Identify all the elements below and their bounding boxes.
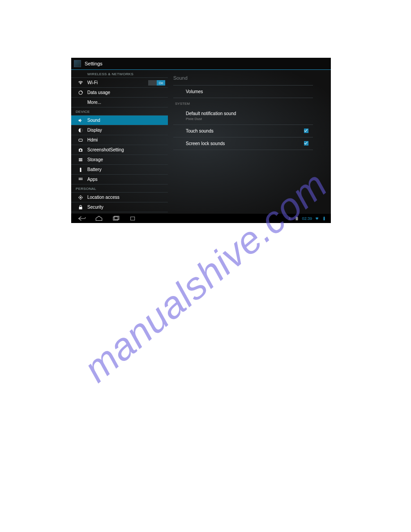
data-usage-icon (77, 90, 83, 95)
settings-sidebar[interactable]: WIRELESS & NETWORKS Wi-Fi On Data (71, 70, 168, 213)
battery-icon (77, 167, 83, 172)
svg-rect-2 (79, 139, 82, 141)
svg-rect-4 (79, 158, 82, 159)
hdmi-icon (77, 137, 83, 143)
sidebar-item-label: Display (87, 128, 102, 133)
sidebar-item-battery[interactable]: Battery (71, 165, 168, 175)
wifi-status-icon (315, 216, 319, 221)
settings-app-icon (74, 60, 81, 67)
sidebar-item-label: Wi-Fi (87, 80, 98, 85)
nav-back-button[interactable] (76, 215, 88, 223)
section-header-device: DEVICE (71, 107, 168, 116)
status-time: 02:39 (302, 216, 312, 221)
sidebar-item-label: Storage (87, 157, 103, 162)
svg-point-3 (80, 150, 81, 150)
svg-rect-19 (324, 216, 325, 217)
svg-rect-11 (80, 179, 81, 180)
apps-icon (77, 176, 83, 182)
sound-icon (77, 117, 83, 123)
svg-rect-9 (81, 178, 82, 179)
svg-rect-17 (131, 217, 135, 220)
section-header-wireless: WIRELESS & NETWORKS (71, 70, 168, 78)
settings-content: Sound Volumes SYSTEM Default notificatio… (168, 70, 331, 213)
content-item-sublabel: Pixie Dust (186, 117, 309, 121)
content-subheader-system: SYSTEM (173, 98, 313, 107)
toggle-off-side (148, 80, 157, 86)
sidebar-item-storage[interactable]: Storage (71, 155, 168, 165)
app-header: Settings (71, 58, 331, 69)
display-icon (77, 127, 83, 133)
content-item-label: Volumes (186, 89, 203, 94)
nav-home-button[interactable] (93, 215, 105, 223)
battery-status-icon (322, 216, 326, 221)
content-item-screen-lock-sounds[interactable]: Screen lock sounds (173, 137, 313, 150)
sidebar-item-label: Location access (87, 195, 120, 200)
sidebar-item-sound[interactable]: Sound (71, 116, 168, 125)
content-item-label: Touch sounds (186, 129, 214, 133)
download-icon (287, 216, 292, 221)
content-item-default-notification[interactable]: Default notification sound Pixie Dust (173, 107, 313, 125)
sidebar-item-label: Data usage (87, 90, 110, 95)
sidebar-item-display[interactable]: Display (71, 125, 168, 135)
content-title: Sound (173, 75, 313, 86)
lock-icon (77, 204, 83, 210)
tablet-frame: Settings WIRELESS & NETWORKS Wi-Fi On (71, 58, 331, 223)
svg-point-13 (80, 197, 81, 198)
sidebar-item-hdmi[interactable]: Hdmi (71, 135, 168, 145)
svg-rect-8 (80, 178, 81, 179)
sidebar-item-label: Hdmi (87, 137, 98, 142)
content-item-volumes[interactable]: Volumes (173, 86, 313, 98)
sidebar-item-data-usage[interactable]: Data usage (71, 88, 168, 98)
sidebar-item-screenshot[interactable]: ScreenshotSetting (71, 145, 168, 155)
wifi-toggle[interactable]: On (148, 80, 165, 86)
sidebar-item-label: Battery (87, 167, 102, 172)
svg-rect-7 (79, 178, 80, 179)
system-navbar: 02:39 (71, 213, 331, 223)
checkbox-checked-icon[interactable] (304, 141, 308, 146)
sidebar-item-label: Sound (87, 118, 100, 123)
svg-rect-6 (79, 160, 82, 161)
svg-rect-5 (79, 159, 82, 160)
content-item-label: Screen lock sounds (186, 141, 225, 146)
location-icon (77, 194, 83, 200)
sidebar-item-apps[interactable]: Apps (71, 175, 168, 184)
status-area[interactable]: 02:39 (287, 216, 326, 221)
storage-icon (77, 157, 83, 163)
checkbox-checked-icon[interactable] (304, 129, 308, 133)
section-header-personal: PERSONAL (71, 184, 168, 193)
sdcard-icon (295, 216, 299, 221)
wifi-icon (77, 80, 83, 86)
sidebar-item-more[interactable]: More... (71, 98, 168, 107)
svg-rect-10 (79, 179, 80, 180)
sidebar-item-label: More... (87, 100, 101, 105)
app-title: Settings (85, 61, 103, 66)
nav-recent-button[interactable] (110, 215, 122, 223)
sidebar-item-wifi[interactable]: Wi-Fi On (71, 78, 168, 88)
toggle-on-side: On (157, 80, 165, 86)
sidebar-item-location[interactable]: Location access (71, 193, 168, 202)
content-item-label: Default notification sound (186, 111, 236, 116)
camera-icon (77, 147, 83, 153)
content-item-touch-sounds[interactable]: Touch sounds (173, 125, 313, 137)
svg-rect-12 (81, 179, 82, 180)
nav-screenshot-button[interactable] (127, 215, 139, 223)
sidebar-item-security[interactable]: Security (71, 202, 168, 212)
sidebar-item-label: Security (87, 205, 103, 210)
sidebar-item-label: ScreenshotSetting (87, 147, 124, 152)
svg-rect-18 (324, 217, 325, 220)
sidebar-item-label: Apps (87, 177, 98, 182)
